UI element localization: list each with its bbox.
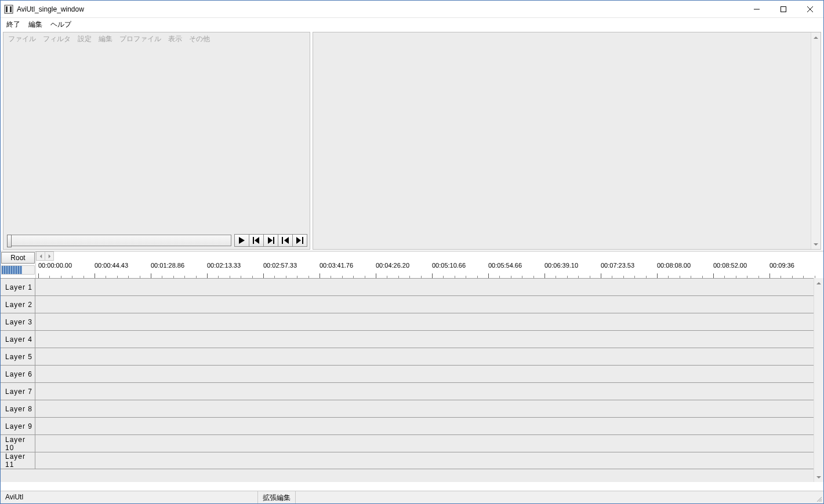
menu-exit[interactable]: 終了 — [6, 20, 20, 30]
seek-slider[interactable] — [8, 235, 231, 246]
layer-row[interactable]: Layer 7 — [1, 382, 823, 400]
layer-label[interactable]: Layer 10 — [1, 435, 35, 452]
minimize-button[interactable] — [743, 1, 770, 18]
layer-track[interactable] — [35, 366, 823, 382]
layer-label[interactable]: Layer 6 — [1, 366, 35, 382]
layer-track[interactable] — [35, 400, 823, 417]
app-icon — [4, 5, 13, 14]
time-label: 00:02:13.33 — [207, 262, 241, 269]
resize-grip-icon[interactable] — [813, 491, 823, 503]
timeline-header: Root 00:00:00.0000:00:44.4300:01:28.8600… — [1, 251, 823, 278]
layer-track[interactable] — [35, 348, 823, 365]
timeline-vscrollbar[interactable] — [814, 278, 823, 482]
layer-label[interactable]: Layer 7 — [1, 383, 35, 400]
transport-bar — [3, 234, 310, 249]
layer-row[interactable]: Layer 3 — [1, 313, 823, 330]
zoom-fill — [2, 266, 22, 274]
menu-edit[interactable]: 編集 — [28, 20, 42, 30]
layer-track[interactable] — [35, 452, 823, 469]
layer-label[interactable]: Layer 9 — [1, 418, 35, 434]
step-back-button[interactable] — [249, 234, 264, 247]
go-end-button[interactable] — [292, 234, 307, 247]
time-label: 00:06:39.10 — [545, 262, 578, 269]
layer-label[interactable]: Layer 4 — [1, 331, 35, 348]
layer-label[interactable]: Layer 5 — [1, 348, 35, 365]
time-label: 00:09:36 — [769, 262, 794, 269]
preview-panel: ファイル フィルタ 設定 編集 プロファイル 表示 その他 — [3, 32, 310, 250]
timeline-spacer — [1, 469, 823, 482]
window-controls — [743, 1, 823, 18]
time-label: 00:08:52.00 — [713, 262, 747, 269]
time-label: 00:00:00.00 — [38, 262, 72, 269]
layer-row[interactable]: Layer 10 — [1, 434, 823, 452]
pm-profile[interactable]: プロファイル — [119, 34, 161, 44]
layer-track[interactable] — [35, 383, 823, 400]
pm-edit[interactable]: 編集 — [99, 34, 112, 44]
preview-canvas — [3, 45, 310, 234]
pm-filter[interactable]: フィルタ — [43, 34, 71, 44]
window-menu: 終了 編集 ヘルプ — [1, 18, 823, 31]
window-title: AviUtl_single_window — [17, 5, 84, 13]
time-label: 00:08:08.00 — [657, 262, 691, 269]
layer-row[interactable]: Layer 1 — [1, 278, 823, 295]
layer-row[interactable]: Layer 8 — [1, 400, 823, 417]
status-bar: AviUtl 拡張編集 — [1, 491, 823, 503]
close-button[interactable] — [797, 1, 823, 18]
layer-row[interactable]: Layer 2 — [1, 295, 823, 313]
go-start-button[interactable] — [278, 234, 293, 247]
layer-label[interactable]: Layer 8 — [1, 400, 35, 417]
layer-track[interactable] — [35, 296, 823, 313]
time-label: 00:01:28.86 — [151, 262, 184, 269]
time-label: 00:04:26.20 — [376, 262, 409, 269]
layer-track[interactable] — [35, 313, 823, 330]
root-button[interactable]: Root — [1, 252, 35, 264]
timeline-ruler[interactable]: 00:00:00.0000:00:44.4300:01:28.8600:02:1… — [35, 251, 823, 278]
scroll-down-icon[interactable] — [811, 239, 821, 249]
settings-vscrollbar[interactable] — [811, 32, 821, 249]
svg-rect-2 — [253, 237, 254, 244]
step-forward-button[interactable] — [263, 234, 278, 247]
seek-thumb[interactable] — [7, 235, 12, 247]
timeline: Root 00:00:00.0000:00:44.4300:01:28.8600… — [1, 251, 823, 482]
zoom-slider[interactable] — [1, 265, 35, 275]
layer-label[interactable]: Layer 11 — [1, 452, 35, 469]
tl-scroll-down-icon[interactable] — [814, 472, 823, 482]
svg-rect-5 — [302, 237, 303, 244]
layers: Layer 1Layer 2Layer 3Layer 4Layer 5Layer… — [1, 278, 823, 469]
pm-setting[interactable]: 設定 — [78, 34, 92, 44]
tl-scroll-up-icon[interactable] — [814, 278, 823, 288]
time-label: 00:03:41.76 — [320, 262, 353, 269]
timeline-root-col: Root — [1, 251, 35, 278]
status-right: 拡張編集 — [258, 491, 296, 503]
layer-label[interactable]: Layer 1 — [1, 279, 35, 295]
layer-label[interactable]: Layer 3 — [1, 313, 35, 330]
menu-help[interactable]: ヘルプ — [50, 20, 71, 30]
pm-file[interactable]: ファイル — [8, 34, 36, 44]
preview-menu: ファイル フィルタ 設定 編集 プロファイル 表示 その他 — [3, 32, 310, 45]
layer-track[interactable] — [35, 331, 823, 348]
play-button[interactable] — [234, 234, 249, 247]
layer-row[interactable]: Layer 6 — [1, 365, 823, 382]
maximize-button[interactable] — [770, 1, 797, 18]
work-area: ファイル フィルタ 設定 編集 プロファイル 表示 その他 — [1, 31, 823, 251]
time-label: 00:00:44.43 — [95, 262, 128, 269]
svg-rect-4 — [282, 237, 283, 244]
layer-track[interactable] — [35, 418, 823, 434]
layer-track[interactable] — [35, 279, 823, 295]
layer-track[interactable] — [35, 435, 823, 452]
timeline-body: Layer 1Layer 2Layer 3Layer 4Layer 5Layer… — [1, 278, 823, 482]
layer-row[interactable]: Layer 11 — [1, 452, 823, 469]
layer-row[interactable]: Layer 4 — [1, 330, 823, 348]
settings-panel — [313, 32, 821, 250]
layer-label[interactable]: Layer 2 — [1, 296, 35, 313]
svg-rect-1 — [781, 6, 786, 12]
time-label: 00:02:57.33 — [263, 262, 297, 269]
pm-other[interactable]: その他 — [189, 34, 210, 44]
settings-panel-content — [313, 32, 821, 249]
layer-row[interactable]: Layer 9 — [1, 417, 823, 434]
pm-view[interactable]: 表示 — [168, 34, 182, 44]
scroll-up-icon[interactable] — [811, 32, 821, 42]
svg-rect-3 — [273, 237, 274, 244]
layer-row[interactable]: Layer 5 — [1, 348, 823, 365]
time-label: 00:05:54.66 — [488, 262, 522, 269]
